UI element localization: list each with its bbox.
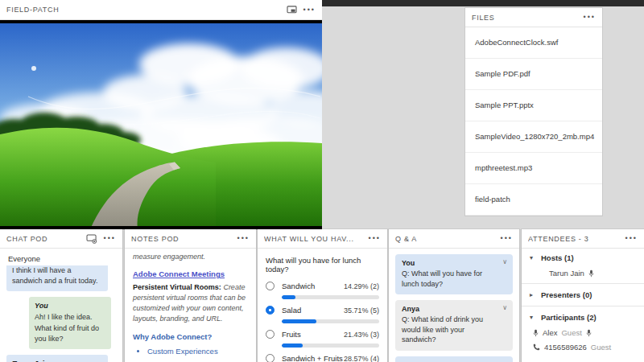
poll-option-label[interactable]: Sandwich: [282, 282, 344, 290]
pod-menu-icon[interactable]: [501, 235, 513, 242]
notes-bold-lead: Persistent Virtual Rooms:: [133, 283, 221, 291]
pod-menu-icon[interactable]: [104, 235, 116, 242]
qa-entry[interactable]: Anya Q: What kind of drink you would lik…: [395, 300, 513, 351]
field-patch-header: FIELD-PATCH: [0, 0, 322, 20]
pod-menu-icon[interactable]: [584, 14, 596, 21]
poll-option-label[interactable]: Fruits: [282, 330, 344, 339]
notes-paragraph: Persistent Virtual Rooms: Create persist…: [133, 282, 248, 324]
attendee-name: Alex: [543, 328, 557, 337]
poll-option: Sandwich 14.29% (2): [258, 282, 387, 299]
radio-button[interactable]: [266, 282, 275, 290]
attendee-row[interactable]: 4156589626 Guest: [522, 340, 644, 355]
attendee-role: Guest: [561, 328, 581, 337]
file-row[interactable]: Sample PDF.pdf: [465, 59, 602, 90]
attendee-group-participants[interactable]: Participants (2): [522, 308, 644, 326]
notes-bullet-list: Custom Experiences Layouts Content Persi…: [133, 346, 248, 362]
qa-header: Q & A: [389, 229, 519, 249]
microphone-icon: [588, 269, 594, 278]
file-row[interactable]: AdobeConnectClock.swf: [465, 27, 602, 59]
chat-tab-everyone[interactable]: Everyone: [0, 249, 122, 265]
pod-title: FILES: [472, 14, 577, 22]
poll-question: What will you have for lunch today?: [258, 249, 387, 275]
file-row[interactable]: mpthreetest.mp3: [465, 153, 602, 184]
notes-heading: Why Adobe Connect?: [133, 331, 248, 343]
notes-header: NOTES POD: [125, 229, 256, 249]
attendees-pod: ATTENDEES - 3 Hosts (1) Tarun Jain Prese…: [522, 229, 644, 362]
poll-option: Fruits 21.43% (3): [258, 330, 387, 348]
pod-menu-icon[interactable]: [625, 235, 638, 242]
chat-bubble-plus-icon[interactable]: [86, 234, 97, 244]
pod-title: Q & A: [395, 235, 494, 243]
chat-text: I think I will have a sandwich and a fru…: [12, 266, 97, 286]
chevron-down-icon: [530, 314, 536, 321]
file-row[interactable]: SampleVideo_1280x720_2mb.mp4: [465, 121, 602, 153]
chevron-down-icon[interactable]: [502, 304, 507, 311]
files-pod: FILES AdobeConnectClock.swf Sample PDF.p…: [465, 8, 602, 216]
pod-menu-icon[interactable]: [303, 6, 316, 14]
poll-option-result: 14.29% (2): [344, 282, 379, 290]
poll-bar-fill: [282, 295, 295, 299]
chat-sender: You: [35, 301, 105, 312]
poll-bar-fill: [282, 343, 303, 348]
qa-question-text: Q: What kind of drink you would like wit…: [402, 315, 498, 345]
notes-clipped-line: measure engagement.: [133, 252, 248, 262]
attendee-group-presenters[interactable]: Presenters (0): [522, 286, 644, 303]
chat-message: Tarun Jain I think I will have a sandwic…: [6, 265, 108, 291]
poll-header: WHAT WILL YOU HAV...: [258, 229, 387, 249]
qa-entry[interactable]: You Q: What kind of fruit do you like? T…: [395, 356, 513, 362]
chevron-down-icon: [530, 254, 536, 261]
attendee-name: 4156589626: [544, 343, 587, 352]
notes-bullet[interactable]: Layouts: [147, 360, 248, 362]
chat-sender: Tarun Jain: [12, 359, 102, 362]
divider: [522, 306, 644, 306]
chat-header: CHAT POD: [0, 229, 122, 249]
field-patch-pod: FIELD-PATCH: [0, 0, 322, 229]
poll-option-result: 35.71% (5): [344, 306, 379, 315]
notes-content: measure engagement. Adobe Connect Meetin…: [125, 249, 256, 362]
poll-bar-fill: [282, 319, 316, 323]
poll-option-label[interactable]: Salad: [282, 306, 344, 315]
attendees-header: ATTENDEES - 3: [522, 229, 644, 249]
group-label: Presenters (0): [541, 290, 592, 299]
divider: [522, 283, 644, 284]
group-label: Participants (2): [541, 313, 597, 322]
poll-bar-track: [282, 343, 379, 348]
notes-bullet[interactable]: Custom Experiences: [147, 346, 248, 357]
attendee-group-hosts[interactable]: Hosts (1): [522, 249, 644, 266]
file-row[interactable]: Sample PPT.pptx: [465, 90, 602, 121]
qa-asker-name: You: [402, 259, 498, 267]
poll-option-result: 21.43% (3): [344, 331, 379, 339]
chevron-right-icon: [530, 291, 536, 298]
qa-entry[interactable]: You Q: What will you have for lunch toda…: [395, 254, 513, 294]
pod-menu-icon[interactable]: [237, 235, 250, 242]
microphone-icon: [533, 329, 539, 337]
stage-background: FILES AdobeConnectClock.swf Sample PDF.p…: [322, 0, 644, 229]
qa-pod: Q & A You Q: What will you have for lunc…: [389, 229, 519, 362]
radio-button[interactable]: [266, 330, 275, 339]
file-row[interactable]: field-patch: [465, 184, 602, 216]
poll-option-label[interactable]: Sandwich + Fruits: [282, 354, 344, 362]
poll-option: Sandwich + Fruits 28.57% (4): [258, 354, 387, 362]
pod-title: FIELD-PATCH: [6, 6, 280, 14]
chat-message: You Ah! I like the idea. What kind of fr…: [29, 297, 111, 349]
attendee-role: Guest: [591, 343, 611, 352]
poll-option: Salad 35.71% (5): [258, 306, 387, 323]
group-label: Hosts (1): [541, 253, 574, 262]
files-header: FILES: [465, 8, 602, 27]
pod-menu-icon[interactable]: [369, 235, 381, 242]
pod-title: NOTES POD: [131, 235, 231, 243]
pod-title: WHAT WILL YOU HAV...: [264, 235, 362, 243]
qa-question-text: Q: What will you have for lunch today?: [402, 269, 498, 289]
chat-message-list[interactable]: Tarun Jain I think I will have a sandwic…: [0, 265, 122, 362]
radio-button[interactable]: [266, 354, 275, 362]
fullscreen-icon[interactable]: [287, 6, 297, 14]
chevron-down-icon[interactable]: [502, 258, 507, 265]
attendee-row[interactable]: Alex Guest: [522, 326, 644, 340]
poll-bar-track: [282, 319, 379, 323]
stage-top-strip: [322, 0, 644, 6]
chat-pod: CHAT POD Everyone Tarun Jain I think I w…: [0, 229, 122, 362]
notes-link[interactable]: Adobe Connect Meetings: [133, 269, 225, 280]
radio-button[interactable]: [266, 306, 275, 315]
notes-pod: NOTES POD measure engagement. Adobe Conn…: [125, 229, 256, 362]
attendee-row[interactable]: Tarun Jain: [522, 266, 644, 281]
